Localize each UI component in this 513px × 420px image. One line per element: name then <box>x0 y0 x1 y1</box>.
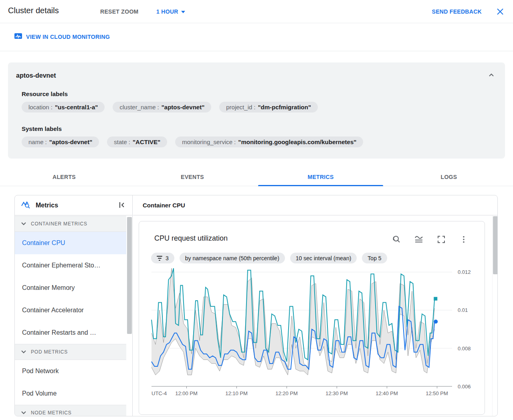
label-key: name <box>28 139 44 145</box>
more-options-button[interactable] <box>459 235 469 244</box>
x-axis-label: 12:50 PM <box>426 390 448 396</box>
sidebar-item-container-restarts[interactable]: Container Restarts and … <box>15 322 132 344</box>
sidebar-item-container-accelerator[interactable]: Container Accelerator <box>15 299 132 322</box>
tab-label: ALERTS <box>53 174 76 180</box>
sidebar-item-container-ephemeral-storage[interactable]: Container Ephemeral Sto… <box>15 254 132 277</box>
sidebar-item-container-cpu[interactable]: Container CPU <box>15 232 132 254</box>
metric-item-label: Container CPU <box>22 239 65 247</box>
groupby-chip[interactable]: by namespace name (50th percentile) <box>180 253 285 263</box>
fullscreen-button[interactable] <box>436 235 446 244</box>
label-pill: location:"us-central1-a" <box>22 102 105 113</box>
section-container-metrics[interactable]: CONTAINER METRICS <box>15 216 132 232</box>
label-value: "aptos-devnet" <box>49 139 93 145</box>
tab-events[interactable]: EVENTS <box>128 168 256 186</box>
chip-label: 3 <box>166 255 169 261</box>
tab-label: METRICS <box>307 174 333 180</box>
fullscreen-icon <box>436 235 446 244</box>
chevron-up-icon <box>487 70 496 80</box>
sidebar-scrollbar[interactable] <box>126 216 132 416</box>
resource-labels-row: location:"us-central1-a" cluster_name:"a… <box>22 102 318 113</box>
zoom-reset-icon <box>392 235 401 244</box>
section-node-metrics[interactable]: NODE METRICS <box>15 405 132 416</box>
kebab-menu-icon <box>459 235 469 244</box>
time-range-dropdown[interactable]: 1 HOUR <box>156 8 185 15</box>
sidebar-metric-list: CONTAINER METRICS Container CPU Containe… <box>15 216 132 416</box>
monitoring-link-row: VIEW IN CLOUD MONITORING <box>0 24 513 51</box>
view-in-cloud-monitoring-link[interactable]: VIEW IN CLOUD MONITORING <box>14 33 110 40</box>
chart-card: CPU request utilization <box>139 221 485 415</box>
label-colon: : <box>129 139 130 145</box>
top-bar: Cluster details RESET ZOOM 1 HOUR SEND F… <box>0 0 513 23</box>
metric-item-label: Container Accelerator <box>22 307 84 314</box>
label-key: monitoring_service <box>182 139 232 145</box>
sidebar-item-pod-volume[interactable]: Pod Volume <box>15 382 132 405</box>
reset-zoom-button[interactable]: RESET ZOOM <box>100 8 139 15</box>
sidebar-item-pod-network[interactable]: Pod Network <box>15 360 132 382</box>
close-icon <box>495 7 505 16</box>
metric-item-label: Pod Network <box>22 368 59 375</box>
tab-label: EVENTS <box>181 174 204 180</box>
chip-label: by namespace name (50th percentile) <box>185 255 279 261</box>
send-feedback-button[interactable]: SEND FEEDBACK <box>432 8 482 15</box>
resource-labels-title: Resource labels <box>22 90 68 97</box>
chart-plot-area[interactable] <box>151 268 452 386</box>
tab-metrics[interactable]: METRICS <box>256 168 385 186</box>
system-labels-row: name:"aptos-devnet" state:"ACTIVE" monit… <box>22 137 363 147</box>
time-range-label: 1 HOUR <box>156 8 178 15</box>
main-scrollbar[interactable] <box>492 216 498 416</box>
x-axis-label: 12:30 PM <box>325 390 348 396</box>
section-pod-metrics[interactable]: POD METRICS <box>15 344 132 360</box>
filters-count-chip[interactable]: 3 <box>151 253 174 263</box>
filter-icon <box>157 256 162 261</box>
label-value: "aptos-devnet" <box>162 104 205 111</box>
tab-logs[interactable]: LOGS <box>385 168 513 186</box>
chart-title: CPU request utilization <box>154 234 228 243</box>
metrics-main-panel: Container CPU CPU request utilization <box>133 195 498 416</box>
chevron-down-icon <box>21 350 26 354</box>
label-value: "us-central1-a" <box>55 104 98 111</box>
collapse-card-button[interactable] <box>487 70 496 80</box>
top-filter-chip[interactable]: Top 5 <box>362 253 387 263</box>
collapse-sidebar-button[interactable] <box>118 201 127 210</box>
metrics-sidebar: Metrics CONTAINER METRICS Container CPU … <box>15 195 133 416</box>
cluster-name: aptos-devnet <box>16 72 56 79</box>
label-value: "dm-pcfmigration" <box>258 104 311 111</box>
active-tab-underline <box>258 185 383 186</box>
chevron-down-icon <box>181 11 185 13</box>
x-axis-label: 12:00 PM <box>175 390 198 396</box>
monitoring-link-label: VIEW IN CLOUD MONITORING <box>26 34 110 40</box>
label-key: cluster_name <box>119 104 156 111</box>
page-title: Cluster details <box>8 6 59 15</box>
chip-label: 10 sec interval (mean) <box>296 255 351 261</box>
timezone-label: UTC-4 <box>151 390 167 396</box>
section-label: CONTAINER METRICS <box>31 221 87 227</box>
y-axis-label: 0.012 <box>458 269 471 275</box>
close-button[interactable] <box>495 7 505 16</box>
monitoring-chart-icon <box>14 33 22 40</box>
label-key: project_id <box>226 104 252 111</box>
label-pill: project_id:"dm-pcfmigration" <box>219 102 318 113</box>
zoom-reset-button[interactable] <box>392 235 401 244</box>
interval-chip[interactable]: 10 sec interval (mean) <box>290 253 357 263</box>
label-colon: : <box>158 104 159 111</box>
tab-alerts[interactable]: ALERTS <box>0 168 128 186</box>
sidebar-header: Metrics <box>15 195 132 215</box>
chart-card-toolbar <box>392 235 469 244</box>
metric-item-label: Container Restarts and … <box>22 329 96 336</box>
main-scrollbar-thumb[interactable] <box>493 216 498 274</box>
metrics-chart-search-icon <box>20 200 31 211</box>
sidebar-scrollbar-thumb[interactable] <box>127 217 132 334</box>
x-axis-label: 12:20 PM <box>275 390 298 396</box>
label-colon: : <box>45 139 47 145</box>
cluster-details-panel: Cluster details RESET ZOOM 1 HOUR SEND F… <box>0 0 513 420</box>
chevron-down-icon <box>21 222 26 225</box>
toggle-legend-button[interactable] <box>414 235 424 244</box>
sidebar-item-container-memory[interactable]: Container Memory <box>15 277 132 299</box>
chip-label: Top 5 <box>368 255 381 261</box>
label-key: location <box>28 104 49 111</box>
label-colon: : <box>51 104 53 111</box>
label-pill: monitoring_service:"monitoring.googleapi… <box>175 137 363 147</box>
tab-label: LOGS <box>441 174 457 180</box>
cluster-summary-card: aptos-devnet Resource labels location:"u… <box>8 62 505 159</box>
metric-item-label: Container Memory <box>22 284 75 291</box>
